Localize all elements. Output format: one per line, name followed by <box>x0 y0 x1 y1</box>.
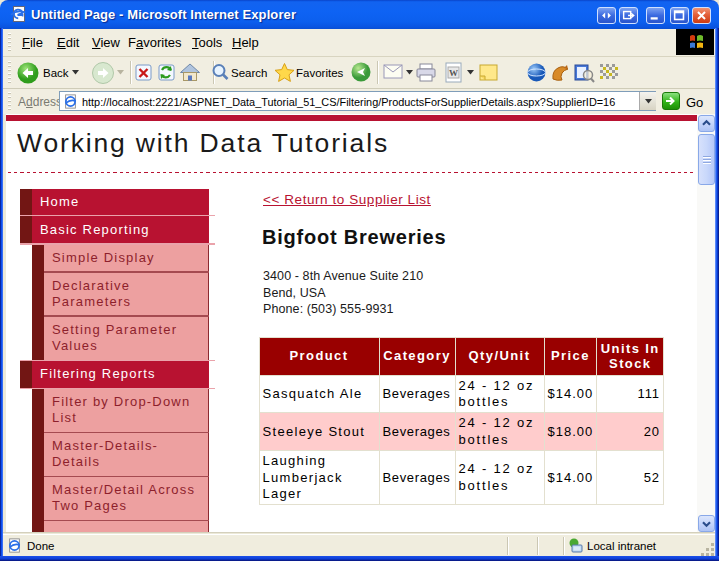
svg-text:W: W <box>449 68 458 78</box>
